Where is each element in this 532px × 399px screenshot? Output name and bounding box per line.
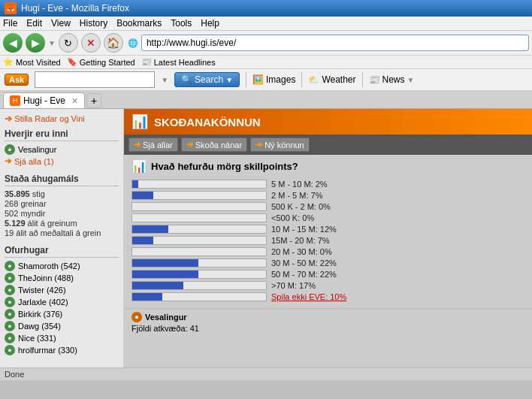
bar-row-8: 50 M - 70 M: 22%: [131, 270, 524, 279]
bar-fill-9: [132, 282, 183, 289]
stat-medal: 19 álit að meðaltali á grein: [5, 228, 119, 237]
user-icon-4: ●: [5, 297, 15, 307]
see-all-button[interactable]: ➔ Sjá allar: [128, 138, 178, 152]
tab-label: Hugi - Eve: [23, 95, 65, 106]
bookmark-latest-headlines[interactable]: 📰 Latest Headlines: [141, 57, 216, 67]
sidebar-user-jarlaxle[interactable]: ● Jarlaxle (402): [5, 297, 119, 307]
ask-button[interactable]: Ask: [5, 74, 29, 86]
images-button[interactable]: 🖼️ Images: [252, 74, 295, 85]
user-icon-6: ●: [5, 321, 15, 331]
question-chart-icon: 📊: [131, 159, 147, 174]
bar-label-10: Spila ekki EVE: 10%: [271, 292, 346, 301]
bar-row-6: 20 M - 30 M: 0%: [131, 247, 524, 256]
images-icon: 🖼️: [252, 74, 264, 85]
bar-label-4: 10 M - 15 M: 12%: [271, 225, 337, 234]
user-online-icon: ●: [5, 144, 15, 155]
bar-container-5: [131, 236, 267, 245]
sidebar-user-vesalingur[interactable]: ● Vesalingur: [5, 144, 119, 155]
sidebar-user-nice[interactable]: ● Nice (331): [5, 333, 119, 343]
nav-arrow-icon-1: ➔: [134, 140, 141, 150]
dropdown-arrow[interactable]: ▼: [48, 39, 56, 47]
bar-label-7: 30 M - 50 M: 22%: [271, 258, 337, 268]
user-icon-2: ●: [5, 273, 15, 283]
user-name-2: TheJoinn (488): [18, 274, 74, 283]
question-text: Hvað hefurðu mörg skillpoints?: [151, 161, 298, 172]
sidebar-user-twister[interactable]: ● Twister (426): [5, 285, 119, 295]
bar-container-3: [131, 213, 267, 222]
star-icon: ⭐: [3, 57, 14, 67]
bookmark-most-visited[interactable]: ⭐ Most Visited: [3, 57, 61, 67]
bar-label-1: 2 M - 5 M: 7%: [271, 191, 322, 200]
menu-file[interactable]: File: [3, 18, 17, 29]
bookmark-label2: Getting Started: [80, 58, 135, 67]
user-name-8: hrolfurmar (330): [18, 346, 77, 355]
sidebar-user-birkirk[interactable]: ● Birkirk (376): [5, 309, 119, 319]
bar-container-4: [131, 225, 267, 234]
window-title: Hugi - Eve - Mozilla Firefox: [21, 3, 129, 14]
user-icon-1: ●: [5, 261, 15, 271]
menu-help[interactable]: Help: [201, 18, 219, 29]
search-dropdown-arrow[interactable]: ▼: [161, 76, 168, 84]
status-bar: Done: [0, 367, 532, 380]
active-tab[interactable]: H Hugi - Eve ✕: [3, 92, 85, 108]
bar-label-8: 50 M - 70 M: 22%: [271, 270, 337, 279]
bar-fill-5: [132, 237, 153, 244]
news-icon: 📰: [369, 74, 380, 85]
refresh-button[interactable]: ↻: [59, 33, 78, 53]
sidebar-top-link[interactable]: Stilla Radar og Vini: [14, 114, 84, 123]
toolbar-search-input[interactable]: [35, 71, 155, 88]
firefox-icon: 🦊: [5, 2, 17, 14]
ofurhugar-title: Ofurhugar: [5, 245, 119, 258]
bar-row-4: 10 M - 15 M: 12%: [131, 225, 524, 234]
menu-history[interactable]: History: [80, 18, 107, 29]
user-icon-7: ●: [5, 333, 15, 343]
url-input[interactable]: [141, 35, 529, 51]
survey-body: 📊 Hvað hefurðu mörg skillpoints? 5 M - 1…: [124, 155, 532, 308]
nav-btn-label-1: Sjá allar: [143, 141, 173, 150]
title-bar: 🦊 Hugi - Eve - Mozilla Firefox: [0, 0, 532, 17]
bar-row-10: Spila ekki EVE: 10%: [131, 292, 524, 301]
toolbar-separator: [246, 72, 246, 87]
home-button[interactable]: 🏠: [104, 33, 123, 53]
sidebar-section-stats: Staða áhugamáls 35.895 stig 268 greinar …: [5, 174, 119, 237]
menu-edit[interactable]: Edit: [26, 18, 42, 29]
view-closer-button[interactable]: ➔ Skoða nánar: [181, 138, 247, 152]
weather-icon: ⛅: [308, 74, 319, 85]
toolbar-separator3: [362, 72, 363, 87]
weather-button[interactable]: ⛅ Weather: [308, 74, 355, 85]
bars-container: 5 M - 10 M: 2%2 M - 5 M: 7%500 K - 2 M: …: [131, 180, 524, 301]
stop-button[interactable]: ✕: [81, 33, 101, 53]
toolbar-search-button[interactable]: 🔍 Search ▼: [174, 72, 240, 87]
bar-container-0: [131, 180, 267, 189]
bookmark-getting-started[interactable]: 🔖 Getting Started: [67, 57, 135, 67]
back-button[interactable]: ◀: [3, 33, 23, 53]
forward-button[interactable]: ▶: [26, 33, 45, 53]
new-survey-button[interactable]: ➔ Ný könnun: [250, 138, 310, 152]
toolbar-bar: Ask ▼ 🔍 Search ▼ 🖼️ Images ⛅ Weather 📰 N…: [0, 69, 532, 91]
sidebar-top-arrow-icon: ➔: [5, 113, 12, 124]
online-section-title: Hverjir eru inni: [5, 128, 119, 141]
new-tab-button[interactable]: +: [86, 93, 101, 108]
sidebar-user-hrolfurmar[interactable]: ● hrolfurmar (330): [5, 345, 119, 355]
bar-row-7: 30 M - 50 M: 22%: [131, 258, 524, 268]
weather-label: Weather: [322, 74, 355, 85]
sidebar-user-thejoinn[interactable]: ● TheJoinn (488): [5, 273, 119, 283]
bar-container-2: [131, 202, 267, 211]
menu-tools[interactable]: Tools: [171, 18, 192, 29]
user-name-5: Birkirk (376): [18, 310, 62, 319]
magnifier-icon: 🔍: [181, 74, 192, 85]
news-arrow: ▼: [407, 76, 415, 84]
nav-btn-label-2: Skoða nánar: [195, 141, 242, 150]
bar-label-3: <500 K: 0%: [271, 213, 314, 222]
news-button[interactable]: 📰 News ▼: [369, 74, 415, 85]
sidebar-user-dawg[interactable]: ● Dawg (354): [5, 321, 119, 331]
tab-close-icon[interactable]: ✕: [71, 96, 78, 106]
search-arrow-icon: ▼: [225, 76, 233, 84]
bar-label-5: 15M - 20 M: 7%: [271, 236, 330, 245]
survey-title: SKOÐANAKÖNNUN: [154, 116, 261, 128]
sidebar-user-shamoroth[interactable]: ● Shamoroth (542): [5, 261, 119, 271]
menu-view[interactable]: View: [51, 18, 71, 29]
stat-alit: 5.129 álit á greinum: [5, 219, 119, 228]
sidebar-see-all[interactable]: ➔ Sjá alla (1): [5, 156, 119, 166]
menu-bookmarks[interactable]: Bookmarks: [116, 18, 162, 29]
